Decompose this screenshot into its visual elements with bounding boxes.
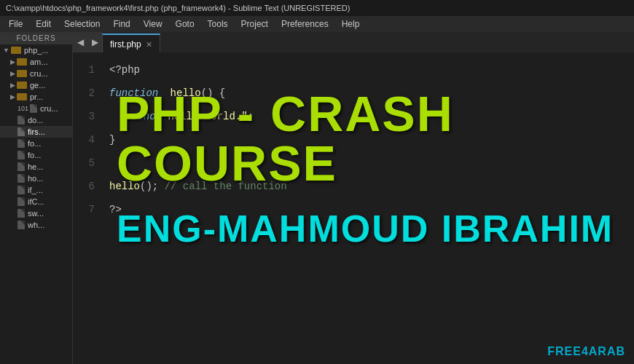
sidebar-file-first[interactable]: firs... xyxy=(0,126,72,138)
file-icon xyxy=(17,162,25,171)
sidebar: FOLDERS ▼ php_... ▶ am... ▶ cru... ▶ ge.… xyxy=(0,32,73,364)
folders-header: FOLDERS xyxy=(0,32,72,44)
menu-goto[interactable]: Goto xyxy=(170,17,200,31)
title-bar: C:\xampp\htdocs\php_framework4\first.php… xyxy=(0,0,634,16)
menu-view[interactable]: View xyxy=(138,17,168,31)
code-line-1: <?php xyxy=(109,58,634,82)
main-layout: FOLDERS ▼ php_... ▶ am... ▶ cru... ▶ ge.… xyxy=(0,32,634,364)
line-numbers: 1 2 3 4 5 6 7 xyxy=(73,52,102,364)
line-num-7: 7 xyxy=(73,198,102,221)
file-icon xyxy=(17,127,25,136)
sidebar-file-fo1[interactable]: fo... xyxy=(0,138,72,149)
watermark: FREE4ARAB xyxy=(547,345,625,358)
tab-prev-button[interactable]: ◀ xyxy=(73,32,87,52)
file-icon xyxy=(17,197,25,206)
line-num-6: 6 xyxy=(73,175,102,198)
file-icon xyxy=(17,174,25,183)
menu-find[interactable]: Find xyxy=(107,17,136,31)
file-icon xyxy=(17,221,25,229)
file-icon xyxy=(30,104,37,113)
code-content: <?php function hello () { echo "Hello wo… xyxy=(102,52,634,364)
line-num-4: 4 xyxy=(73,128,102,151)
sidebar-file-cru[interactable]: 101 cru... xyxy=(0,103,72,114)
menu-file[interactable]: File xyxy=(3,17,28,31)
menu-tools[interactable]: Tools xyxy=(202,17,234,31)
file-icon xyxy=(17,151,25,159)
menu-preferences[interactable]: Preferences xyxy=(275,17,334,31)
sidebar-file-do[interactable]: do... xyxy=(0,114,72,126)
line-num-5: 5 xyxy=(73,151,102,175)
code-line-6: hello (); // call the function xyxy=(109,175,634,198)
tab-label: first.php xyxy=(110,39,141,50)
line-num-3: 3 xyxy=(73,105,102,128)
folder-icon xyxy=(17,70,27,77)
sidebar-file-ho[interactable]: ho... xyxy=(0,173,72,184)
file-icon xyxy=(17,186,25,194)
folder-icon xyxy=(17,93,27,100)
menu-selection[interactable]: Selection xyxy=(58,17,106,31)
file-icon xyxy=(17,209,25,218)
code-line-4: } xyxy=(109,128,634,151)
line-num-2: 2 xyxy=(73,82,102,105)
folder-icon xyxy=(17,82,27,89)
menu-edit[interactable]: Edit xyxy=(30,17,57,31)
code-line-7: ?> xyxy=(109,198,634,221)
sidebar-file-sw[interactable]: sw... xyxy=(0,207,72,219)
code-line-3: echo "Hello world." ; xyxy=(109,105,634,128)
sidebar-item-root-folder[interactable]: ▼ php_... xyxy=(0,44,72,56)
code-line-5 xyxy=(109,151,634,175)
file-icon xyxy=(17,116,25,124)
folder-icon xyxy=(11,47,21,54)
sidebar-item-ge[interactable]: ▶ ge... xyxy=(0,79,72,91)
menu-bar: File Edit Selection Find View Goto Tools… xyxy=(0,16,634,32)
line-num-1: 1 xyxy=(73,58,102,82)
sidebar-file-fo2[interactable]: fo... xyxy=(0,149,72,161)
menu-help[interactable]: Help xyxy=(336,17,366,31)
sidebar-file-if[interactable]: if_... xyxy=(0,184,72,196)
sidebar-file-wh[interactable]: wh... xyxy=(0,219,72,231)
tab-close-button[interactable]: ✕ xyxy=(146,40,152,50)
code-line-2: function hello () { xyxy=(109,82,634,105)
tab-next-button[interactable]: ▶ xyxy=(87,32,102,52)
sidebar-item-am[interactable]: ▶ am... xyxy=(0,56,72,68)
file-icon xyxy=(17,139,25,148)
editor-area: ◀ ▶ first.php ✕ 1 2 3 4 5 6 7 <?php xyxy=(73,32,634,364)
tab-first-php[interactable]: first.php ✕ xyxy=(102,33,160,52)
sidebar-file-he[interactable]: he... xyxy=(0,161,72,173)
sidebar-item-cru[interactable]: ▶ cru... xyxy=(0,68,72,79)
title-bar-text: C:\xampp\htdocs\php_framework4\first.php… xyxy=(6,4,350,12)
menu-project[interactable]: Project xyxy=(235,17,274,31)
tabs-bar: ◀ ▶ first.php ✕ xyxy=(73,32,634,52)
folder-icon xyxy=(17,58,27,66)
sidebar-file-ifc[interactable]: ifC... xyxy=(0,196,72,207)
code-area: 1 2 3 4 5 6 7 <?php function hello () { xyxy=(73,52,634,364)
sidebar-item-pr[interactable]: ▶ pr... xyxy=(0,91,72,103)
